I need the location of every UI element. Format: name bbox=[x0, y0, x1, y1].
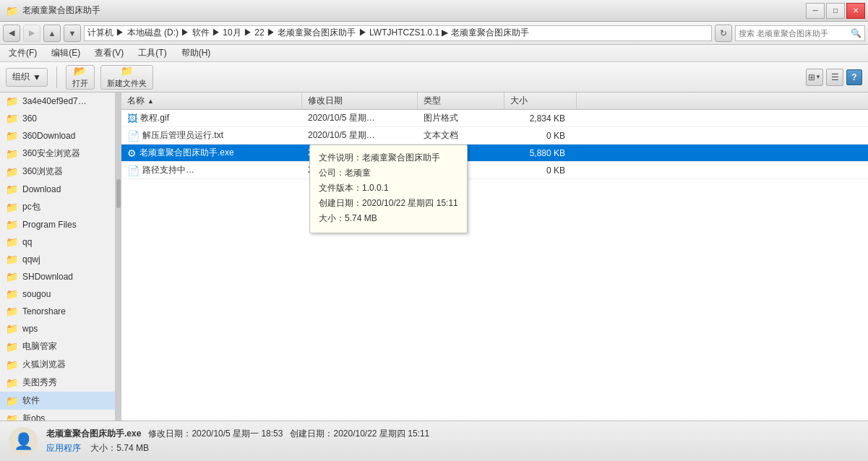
menu-view[interactable]: 查看(V) bbox=[92, 46, 126, 61]
open-button[interactable]: 📂 打开 bbox=[66, 65, 95, 90]
sidebar-item-shd[interactable]: 📁 SHDownload bbox=[0, 268, 115, 285]
folder-icon: 📁 bbox=[6, 95, 18, 107]
toolbar-separator bbox=[56, 66, 57, 88]
col-header-name[interactable]: 名称 ▲ bbox=[121, 92, 302, 109]
folder-icon: 📁 bbox=[6, 395, 18, 407]
details-icon: ☰ bbox=[831, 72, 839, 82]
recent-button[interactable]: ▼ bbox=[64, 25, 81, 42]
address-bar[interactable]: 计算机 ▶ 本地磁盘 (D:) ▶ 软件 ▶ 10月 ▶ 22 ▶ 老顽童聚合图… bbox=[84, 25, 712, 41]
menu-file[interactable]: 文件(F) bbox=[6, 46, 40, 61]
exe-file-icon: ⚙ bbox=[127, 147, 137, 159]
sidebar-item-pc[interactable]: 📁 pc包 bbox=[0, 198, 115, 216]
status-modified: 修改日期：2020/10/5 星期一 18:53 bbox=[148, 428, 283, 439]
tooltip-version: 文件版本：1.0.0.1 bbox=[319, 181, 458, 194]
menu-tools[interactable]: 工具(T) bbox=[135, 46, 169, 61]
status-meta-row: 应用程序 大小：5.74 MB bbox=[46, 441, 429, 455]
sidebar-item-sg[interactable]: 📁 sougou bbox=[0, 285, 115, 303]
folder-icon: 📁 bbox=[6, 113, 18, 124]
organize-button[interactable]: 组织 ▼ bbox=[6, 68, 48, 87]
sidebar-item-qqwj[interactable]: 📁 qqwj bbox=[0, 251, 115, 268]
tooltip-company: 公司：老顽童 bbox=[319, 166, 458, 179]
view-options-button[interactable]: ⊞ ▼ bbox=[806, 69, 823, 86]
title-bar-controls: ─ □ ✕ bbox=[806, 3, 865, 19]
file-row-gif[interactable]: 🖼 教程.gif 2020/10/5 星期… 图片格式 2,834 KB bbox=[121, 110, 868, 127]
toolbar-right: ⊞ ▼ ☰ ? bbox=[806, 69, 862, 86]
sidebar-item-360browser[interactable]: 📁 360安全浏览器 bbox=[0, 145, 115, 163]
sort-asc-icon: ▲ bbox=[147, 98, 154, 105]
folder-icon: 📁 bbox=[6, 166, 18, 178]
sidebar-item-download[interactable]: 📁 Download bbox=[0, 181, 115, 198]
breadcrumb-text: 计算机 ▶ 本地磁盘 (D:) ▶ 软件 ▶ 10月 ▶ 22 ▶ 老顽童聚合图… bbox=[87, 27, 529, 39]
col-header-size[interactable]: 大小 bbox=[504, 92, 577, 109]
minimize-button[interactable]: ─ bbox=[806, 3, 825, 19]
menu-help[interactable]: 帮助(H) bbox=[179, 46, 214, 61]
txt-file-icon: 📄 bbox=[127, 130, 139, 142]
folder-icon: 📁 bbox=[6, 130, 18, 142]
tooltip-created: 创建日期：2020/10/22 星期四 15:11 bbox=[319, 197, 458, 210]
col-header-date[interactable]: 修改日期 bbox=[302, 92, 418, 109]
exe-status-icon: 👤 bbox=[14, 432, 33, 451]
main-area: 📁 3a4e40ef9ed7… 📁 360 📁 360Download 📁 36… bbox=[0, 92, 868, 421]
txt2-file-icon: 📄 bbox=[127, 165, 139, 176]
question-icon: ? bbox=[851, 72, 856, 82]
menu-edit[interactable]: 编辑(E) bbox=[48, 46, 83, 61]
close-button[interactable]: ✕ bbox=[846, 3, 865, 19]
toolbar: 组织 ▼ 📂 打开 📁 新建文件夹 ⊞ ▼ ☰ ? bbox=[0, 62, 868, 92]
folder-icon: 📁 bbox=[6, 202, 18, 213]
status-created: 创建日期：2020/10/22 星期四 15:11 bbox=[290, 428, 429, 439]
folder-icon: 📁 bbox=[6, 288, 18, 300]
file-size-gif: 2,834 KB bbox=[504, 113, 577, 124]
folder-icon: 📁 bbox=[6, 341, 18, 353]
file-type-txt: 文本文档 bbox=[418, 129, 504, 142]
gif-file-icon: 🖼 bbox=[127, 113, 137, 124]
menu-bar: 文件(F) 编辑(E) 查看(V) 工具(T) 帮助(H) bbox=[0, 45, 868, 62]
sidebar-item-360dl[interactable]: 📁 360Download bbox=[0, 127, 115, 145]
sidebar-item-qq[interactable]: 📁 qq bbox=[0, 233, 115, 251]
sidebar-item-folder1[interactable]: 📁 3a4e40ef9ed7… bbox=[0, 92, 115, 110]
sidebar-item-pf[interactable]: 📁 Program Files bbox=[0, 216, 115, 233]
chevron-down-icon: ▼ bbox=[33, 72, 41, 82]
status-size: 大小：5.74 MB bbox=[90, 443, 149, 453]
folder-icon: 📁 bbox=[6, 254, 18, 265]
maximize-button[interactable]: □ bbox=[826, 3, 845, 19]
view-icon: ⊞ bbox=[808, 72, 815, 82]
up-button[interactable]: ▲ bbox=[43, 25, 61, 42]
title-bar: 📁 老顽童聚合图床助手 ─ □ ✕ bbox=[0, 0, 868, 22]
folder-icon: 📁 bbox=[6, 413, 18, 421]
sidebar-item-pcmgr[interactable]: 📁 电脑管家 bbox=[0, 337, 115, 356]
address-bar-row: ◀ ▶ ▲ ▼ 计算机 ▶ 本地磁盘 (D:) ▶ 软件 ▶ 10月 ▶ 22 … bbox=[0, 22, 868, 45]
file-row-txt2[interactable]: 📄 路径支持中… 2020/10/5 星期… 文本文档 0 KB bbox=[121, 162, 868, 179]
forward-button[interactable]: ▶ bbox=[23, 25, 40, 42]
new-folder-icon: 📁 bbox=[121, 65, 133, 77]
col-header-type[interactable]: 类型 bbox=[418, 92, 504, 109]
sidebar-item-360b2[interactable]: 📁 360浏览器 bbox=[0, 163, 115, 181]
file-name-txt2: 📄 路径支持中… bbox=[121, 164, 302, 176]
details-view-button[interactable]: ☰ bbox=[826, 69, 843, 86]
back-button[interactable]: ◀ bbox=[3, 25, 20, 42]
sidebar-scrollbar[interactable] bbox=[116, 92, 121, 421]
file-row-exe[interactable]: ⚙ 老顽童聚合图床助手.exe 2020/10/5 星期… 应用程序 5,880… bbox=[121, 145, 868, 162]
file-list-header: 名称 ▲ 修改日期 类型 大小 bbox=[121, 92, 868, 110]
new-folder-button[interactable]: 📁 新建文件夹 bbox=[100, 65, 153, 90]
file-row-txt[interactable]: 📄 解压后管理员运行.txt 2020/10/5 星期… 文本文档 0 KB bbox=[121, 127, 868, 145]
sidebar-item-360[interactable]: 📁 360 bbox=[0, 110, 115, 127]
file-name-gif: 🖼 教程.gif bbox=[121, 112, 302, 124]
sidebar-item-meitux[interactable]: 📁 美图秀秀 bbox=[0, 374, 115, 392]
help-button[interactable]: ? bbox=[846, 69, 862, 85]
open-icon: 📂 bbox=[74, 65, 86, 77]
sidebar-item-ts[interactable]: 📁 Tenorshare bbox=[0, 303, 115, 320]
sidebar-item-obs[interactable]: 📁 新obs bbox=[0, 410, 115, 421]
folder-icon: 📁 bbox=[6, 359, 18, 371]
search-icon[interactable]: 🔍 bbox=[851, 28, 861, 38]
sidebar-item-firefox[interactable]: 📁 火狐浏览器 bbox=[0, 356, 115, 374]
status-info: 老顽童聚合图床助手.exe 修改日期：2020/10/5 星期一 18:53 创… bbox=[46, 427, 429, 454]
scroll-thumb[interactable] bbox=[116, 179, 121, 208]
dropdown-arrow-icon: ▼ bbox=[815, 74, 821, 80]
sidebar-item-wps[interactable]: 📁 wps bbox=[0, 320, 115, 337]
sidebar-item-software[interactable]: 📁 软件 bbox=[0, 392, 115, 410]
status-filename: 老顽童聚合图床助手.exe bbox=[46, 428, 141, 439]
search-input[interactable] bbox=[739, 29, 851, 38]
window-title: 老顽童聚合图床助手 bbox=[22, 4, 100, 17]
search-box[interactable]: 🔍 bbox=[735, 25, 865, 41]
refresh-button[interactable]: ↻ bbox=[715, 25, 732, 42]
